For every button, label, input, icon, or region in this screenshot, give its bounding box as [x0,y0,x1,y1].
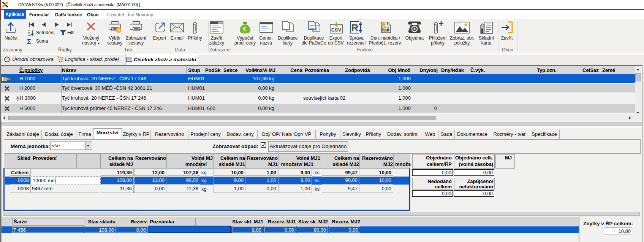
svg-text:R: R [351,22,359,33]
svg-text:NAB: NAB [382,28,389,32]
svg-text:€: € [243,26,247,32]
svg-text:CSV: CSV [331,27,342,33]
svg-text:?: ? [117,28,120,33]
